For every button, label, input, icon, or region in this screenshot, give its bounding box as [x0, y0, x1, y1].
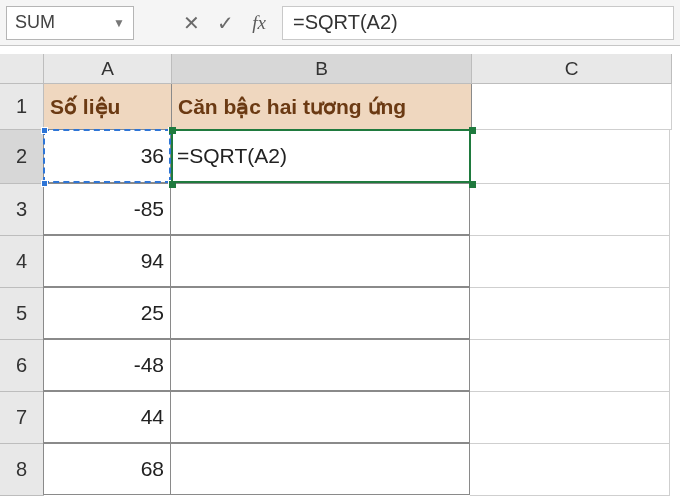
row-header-6[interactable]: 6	[0, 340, 44, 392]
row-header-3[interactable]: 3	[0, 184, 44, 236]
cell-B8[interactable]	[170, 443, 470, 495]
cell-C6[interactable]	[470, 340, 670, 392]
reference-handle[interactable]	[41, 127, 48, 134]
cell-C2[interactable]	[470, 130, 670, 184]
row-header-7[interactable]: 7	[0, 392, 44, 444]
cancel-icon: ✕	[183, 11, 200, 35]
selection-handle[interactable]	[169, 127, 176, 134]
cell-C7[interactable]	[470, 392, 670, 444]
cell-B7[interactable]	[170, 391, 470, 443]
cell-A8[interactable]: 68	[43, 443, 171, 495]
selection-handle[interactable]	[169, 181, 176, 188]
column-header-A[interactable]: A	[44, 54, 172, 84]
row-header-8[interactable]: 8	[0, 444, 44, 496]
formula-text: =SQRT(A2)	[293, 11, 398, 34]
chevron-down-icon[interactable]: ▼	[113, 16, 125, 30]
cell-A5[interactable]: 25	[43, 287, 171, 339]
reference-handle[interactable]	[41, 180, 48, 187]
cell-B3[interactable]	[170, 183, 470, 235]
row-header-5[interactable]: 5	[0, 288, 44, 340]
formula-bar: SUM ▼ ✕ ✓ fx =SQRT(A2)	[0, 0, 680, 46]
cell-A7[interactable]: 44	[43, 391, 171, 443]
cell-C4[interactable]	[470, 236, 670, 288]
selection-handle[interactable]	[469, 127, 476, 134]
cell-A1[interactable]: Số liệu	[44, 84, 172, 130]
cell-C8[interactable]	[470, 444, 670, 496]
fx-icon: fx	[252, 12, 266, 34]
name-box[interactable]: SUM ▼	[6, 6, 134, 40]
column-headers: ABC	[44, 54, 672, 84]
cell-B1[interactable]: Căn bậc hai tương ứng	[172, 84, 472, 130]
row-header-4[interactable]: 4	[0, 236, 44, 288]
cell-C3[interactable]	[470, 184, 670, 236]
column-header-C[interactable]: C	[472, 54, 672, 84]
cancel-button[interactable]: ✕	[174, 6, 208, 40]
cell-B4[interactable]	[170, 235, 470, 287]
cell-grid: Số liệuCăn bậc hai tương ứng36=SQRT(A2)-…	[44, 84, 672, 496]
enter-button[interactable]: ✓	[208, 6, 242, 40]
name-box-value: SUM	[15, 12, 55, 33]
cell-C1[interactable]	[472, 84, 672, 130]
formula-input[interactable]: =SQRT(A2)	[282, 6, 674, 40]
row-headers: 12345678	[0, 84, 44, 496]
insert-function-button[interactable]: fx	[242, 6, 276, 40]
select-all-corner[interactable]	[0, 54, 44, 84]
column-header-B[interactable]: B	[172, 54, 472, 84]
cell-B5[interactable]	[170, 287, 470, 339]
row-header-2[interactable]: 2	[0, 130, 44, 184]
cell-B2[interactable]: =SQRT(A2)	[170, 129, 470, 183]
check-icon: ✓	[217, 11, 234, 35]
cell-B6[interactable]	[170, 339, 470, 391]
cell-A2[interactable]: 36	[43, 129, 171, 183]
cell-A3[interactable]: -85	[43, 183, 171, 235]
cell-C5[interactable]	[470, 288, 670, 340]
row-header-1[interactable]: 1	[0, 84, 44, 130]
cell-A6[interactable]: -48	[43, 339, 171, 391]
selection-handle[interactable]	[469, 181, 476, 188]
cell-A4[interactable]: 94	[43, 235, 171, 287]
